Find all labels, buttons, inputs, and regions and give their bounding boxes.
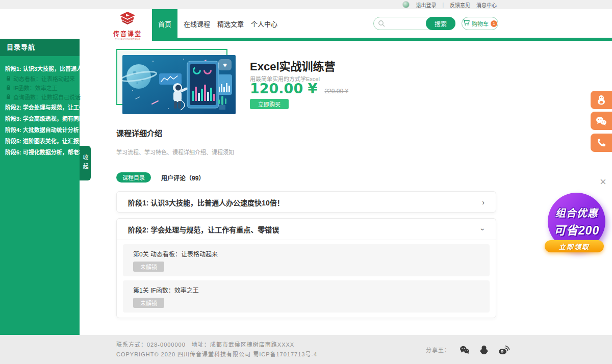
search-button[interactable]: 搜索	[426, 17, 455, 30]
topbar: 退出登录 | 反馈意见 消息中心	[0, 0, 612, 9]
catalog-stage1-title: 阶段1: 认识3大技能，比普通人办公速度快10倍！	[128, 197, 284, 207]
cart-button[interactable]: 购物车 1	[462, 17, 498, 30]
nav-tab-home[interactable]: 首页	[152, 9, 177, 38]
sidebar-stage-5[interactable]: 阶段5: 进阶图表美化，让汇报一... ›	[0, 135, 80, 146]
chevron-right-icon: ›	[89, 103, 91, 111]
wechat-contact-button[interactable]	[591, 112, 612, 130]
search-icon	[378, 20, 385, 27]
sidebar-lesson-3[interactable]: 查询函数：让数据自己说话	[0, 92, 80, 101]
sidebar-stage-2-label: 阶段2: 学会处理与规范，让工作...	[5, 103, 89, 111]
promo-line-1: 组合优惠	[555, 205, 598, 220]
catalog-stage2-body: 第0关 动态看板：让表格动起来 未解锁 第1关 IF函数：效率之王 未解锁	[117, 240, 496, 318]
cart-label: 购物车	[472, 19, 489, 28]
topbar-links: 退出登录 | 反馈意见 消息中心	[402, 0, 497, 9]
promo-line-2: 可省200	[554, 221, 599, 238]
course-cover-image[interactable]: ♥	[122, 55, 236, 114]
footer: 联系方式：028-0000000 地址：成都市武侯区槐树店南路XXXX COPY…	[0, 335, 612, 364]
sidebar-stage-4-label: 阶段4: 大批数据自动统计分析，...	[5, 125, 89, 134]
share-qq-icon[interactable]	[479, 345, 489, 355]
sidebar-stage-3-label: 阶段3: 学会高级透视，拥有同时...	[5, 114, 89, 122]
tab-catalog[interactable]: 课程目录	[116, 172, 151, 183]
sidebar-stage-6[interactable]: 阶段6: 可视化数据分析，帮老板... ›	[0, 146, 80, 158]
messages-link[interactable]: 消息中心	[476, 1, 497, 9]
sidebar-collapse-button[interactable]: 收起	[80, 146, 91, 180]
lesson-1-title: 第0关 动态看板：让表格动起来	[133, 249, 479, 258]
chevron-right-icon: ›	[89, 137, 91, 144]
nav-underline	[152, 38, 612, 41]
detail-tabs: 课程目录 用户评论（99）	[116, 172, 205, 183]
logo-subtitle: CHUANYINKETANG	[115, 38, 140, 41]
nav-tab-profile[interactable]: 个人中心	[250, 9, 278, 38]
catalog-stage1-header[interactable]: 阶段1: 认识3大技能，比普通人办公速度快10倍！ ›	[117, 192, 496, 213]
cart-icon	[463, 19, 470, 28]
wechat-icon	[595, 116, 607, 126]
section-divider	[116, 143, 496, 143]
catalog-stage2-header[interactable]: 阶段2: 学会处理与规范，让工作有重点、零错误 ›	[117, 219, 496, 240]
searchbox: 搜索	[373, 17, 455, 30]
qq-contact-button[interactable]	[591, 91, 612, 109]
price-row: 120.00 ¥ 220.00 ¥	[250, 81, 348, 96]
footer-share: 分享至：	[426, 335, 510, 364]
promo-claim-button[interactable]: 立即领取	[545, 240, 604, 252]
chevron-right-icon: ›	[89, 126, 91, 133]
buy-now-button[interactable]: 立即购买	[250, 99, 289, 109]
logout-link[interactable]: 退出登录	[416, 1, 436, 9]
sidebar-lesson-3-label: 查询函数：让数据自己说话	[13, 93, 81, 101]
lock-icon	[6, 94, 11, 99]
lesson-item-2[interactable]: 第1关 IF函数：效率之王 未解锁	[123, 280, 490, 313]
course-original-price: 220.00 ¥	[324, 88, 348, 95]
lesson-2-title: 第1关 IF函数：效率之王	[133, 285, 479, 294]
catalog-card-stage1: 阶段1: 认识3大技能，比普通人办公速度快10倍！ ›	[116, 191, 496, 213]
sidebar-stage-2[interactable]: 阶段2: 学会处理与规范，让工作... ›	[0, 101, 80, 113]
tab-comments[interactable]: 用户评论（99）	[161, 173, 205, 182]
sidebar-stage-6-label: 阶段6: 可视化数据分析，帮老板...	[5, 148, 89, 156]
sidebar-lesson-2-label: IF函数：效率之王	[13, 84, 58, 92]
lock-icon	[6, 85, 11, 90]
promo-close-icon[interactable]: ×	[600, 176, 606, 188]
cart-count-badge: 1	[491, 20, 497, 27]
footer-info: 联系方式：028-0000000 地址：成都市武侯区槐树店南路XXXX COPY…	[116, 340, 317, 359]
sidebar-lesson-2[interactable]: IF函数：效率之王	[0, 83, 80, 92]
nav-tab-articles[interactable]: 精选文章	[216, 9, 245, 38]
sidebar-header: 目录导航	[0, 39, 80, 56]
sidebar-stage-3[interactable]: 阶段3: 学会高级透视，拥有同时... ›	[0, 113, 80, 124]
sidebar-lesson-1-label: 动态看板：让表格动起来	[13, 74, 75, 83]
page: 退出登录 | 反馈意见 消息中心 传音课堂 CHUANYINKETANG 首页 …	[0, 0, 612, 364]
logo-icon	[118, 11, 137, 29]
share-label: 分享至：	[426, 346, 450, 354]
share-wechat-icon[interactable]	[459, 345, 470, 354]
logo[interactable]: 传音课堂 CHUANYINKETANG	[109, 11, 146, 41]
lesson-2-status-badge: 未解锁	[133, 298, 164, 308]
nav-tabs: 首页 在线课程 精选文章 个人中心	[152, 9, 278, 38]
sidebar-stage-4[interactable]: 阶段4: 大批数据自动统计分析，... ›	[0, 124, 80, 135]
phone-icon	[596, 138, 606, 148]
catalog-sidebar: 目录导航 阶段1: 认识3大技能，比普通人... › 动态看板：让表格动起来 I…	[0, 39, 80, 335]
sidebar-stage-1-label: 阶段1: 认识3大技能，比普通人...	[5, 64, 87, 72]
qq-icon	[596, 94, 607, 106]
lock-icon	[6, 76, 11, 81]
footer-contact: 联系方式：028-0000000 地址：成都市武侯区槐树店南路XXXX	[116, 340, 317, 350]
phone-contact-button[interactable]	[591, 134, 612, 152]
chevron-down-icon: ›	[84, 67, 91, 69]
section-tags: 学习流程、学习特色、课程详细介绍、课程须知	[116, 148, 234, 156]
feedback-link[interactable]: 反馈意见	[450, 1, 470, 9]
course-title: Excel实战训练营	[250, 57, 336, 73]
user-avatar[interactable]	[402, 1, 410, 8]
lesson-item-1[interactable]: 第0关 动态看板：让表格动起来 未解锁	[123, 244, 490, 276]
chevron-right-icon: ›	[89, 115, 91, 122]
share-weibo-icon[interactable]	[498, 345, 510, 355]
course-price: 120.00 ¥	[250, 81, 317, 96]
navbar: 传音课堂 CHUANYINKETANG 首页 在线课程 精选文章 个人中心 搜索…	[0, 9, 612, 38]
nav-tab-courses[interactable]: 在线课程	[183, 9, 211, 38]
sidebar-lesson-1[interactable]: 动态看板：让表格动起来	[0, 74, 80, 83]
topbar-divider: |	[442, 2, 444, 8]
chevron-down-icon: ›	[479, 228, 488, 230]
footer-copyright: COPYRIGHT© 2020 四川传音课堂科技有限公司 蜀ICP备170177…	[116, 350, 317, 359]
catalog-stage2-title: 阶段2: 学会处理与规范，让工作有重点、零错误	[128, 224, 279, 235]
chevron-right-icon: ›	[482, 198, 484, 206]
lesson-1-status-badge: 未解锁	[133, 262, 164, 272]
section-title: 课程详细介绍	[116, 127, 162, 138]
favorite-icon[interactable]: ♥	[218, 59, 232, 70]
sidebar-stage-1[interactable]: 阶段1: 认识3大技能，比普通人... ›	[0, 63, 80, 74]
logo-title: 传音课堂	[113, 29, 142, 38]
